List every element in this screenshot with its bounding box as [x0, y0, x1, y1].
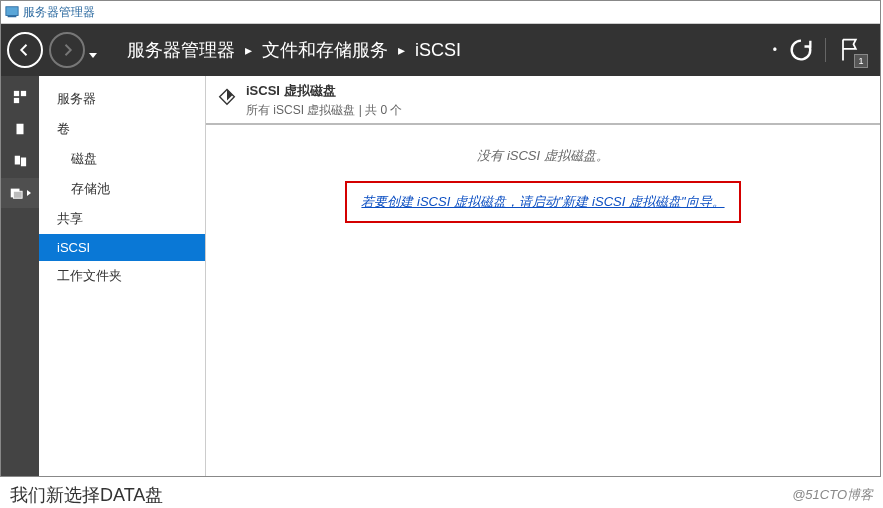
no-disks-text: 没有 iSCSI 虚拟磁盘。 — [263, 147, 823, 165]
notifications-button[interactable]: 1 — [836, 36, 864, 64]
notification-badge: 1 — [854, 54, 868, 68]
breadcrumb-iscsi[interactable]: iSCSI — [415, 40, 461, 61]
file-storage-nav-icon[interactable] — [1, 178, 39, 208]
sidebar-item-iscsi[interactable]: iSCSI — [39, 234, 205, 261]
panel-title: iSCSI 虚拟磁盘 — [246, 82, 402, 100]
sidebar-item-shares[interactable]: 共享 — [39, 204, 205, 234]
back-arrow-icon — [16, 41, 34, 59]
nav-history-dropdown[interactable] — [89, 53, 97, 58]
dash-separator-icon: • — [773, 43, 777, 57]
body-area: 服务器 卷 磁盘 存储池 共享 iSCSI 工作文件夹 iSCSI 虚拟磁盘 所… — [1, 76, 880, 476]
svg-rect-5 — [17, 124, 24, 135]
svg-rect-7 — [21, 158, 26, 167]
breadcrumb-root[interactable]: 服务器管理器 — [127, 38, 235, 62]
svg-rect-6 — [15, 156, 20, 165]
dashboard-nav-icon[interactable] — [1, 82, 39, 112]
refresh-icon — [787, 36, 815, 64]
watermark-text: @51CTO博客 — [792, 486, 873, 504]
window-titlebar: 服务器管理器 — [1, 1, 880, 24]
sidebar-item-storage-pools[interactable]: 存储池 — [39, 174, 205, 204]
header-toolbar: 服务器管理器 ▸ 文件和存储服务 ▸ iSCSI • 1 — [1, 24, 880, 76]
svg-rect-2 — [14, 91, 19, 96]
sidebar-item-servers[interactable]: 服务器 — [39, 84, 205, 114]
page-caption: 我们新选择DATA盘 @51CTO博客 — [0, 477, 883, 508]
breadcrumb: 服务器管理器 ▸ 文件和存储服务 ▸ iSCSI — [127, 38, 461, 62]
sidebar-item-work-folders[interactable]: 工作文件夹 — [39, 261, 205, 291]
sidebar-item-volumes[interactable]: 卷 — [39, 114, 205, 144]
svg-rect-0 — [6, 7, 18, 16]
panel-header: iSCSI 虚拟磁盘 所有 iSCSI 虚拟磁盘 | 共 0 个 — [206, 76, 880, 125]
breadcrumb-sep-icon: ▸ — [245, 42, 252, 58]
local-server-nav-icon[interactable] — [1, 114, 39, 144]
expand-arrow-icon — [27, 190, 31, 196]
refresh-button[interactable] — [787, 36, 815, 64]
toolbar-right: • 1 — [773, 36, 880, 64]
app-window: 服务器管理器 服务器管理器 ▸ 文件和存储服务 ▸ iSCSI • 1 — [0, 0, 881, 477]
svg-rect-1 — [8, 16, 17, 18]
svg-rect-9 — [13, 191, 22, 198]
forward-arrow-icon — [58, 41, 76, 59]
nav-back-button[interactable] — [7, 32, 43, 68]
caption-text: 我们新选择DATA盘 — [10, 483, 163, 507]
vertical-iconbar — [1, 76, 39, 476]
svg-rect-4 — [14, 98, 19, 103]
window-title: 服务器管理器 — [23, 4, 95, 21]
panel-empty-state: 没有 iSCSI 虚拟磁盘。 若要创建 iSCSI 虚拟磁盘，请启动"新建 iS… — [263, 147, 823, 223]
breadcrumb-sep-icon: ▸ — [398, 42, 405, 58]
panel-subtitle: 所有 iSCSI 虚拟磁盘 | 共 0 个 — [246, 102, 402, 119]
wizard-link-highlight: 若要创建 iSCSI 虚拟磁盘，请启动"新建 iSCSI 虚拟磁盘"向导。 — [345, 181, 740, 223]
svg-rect-3 — [21, 91, 26, 96]
new-virtual-disk-wizard-link[interactable]: 若要创建 iSCSI 虚拟磁盘，请启动"新建 iSCSI 虚拟磁盘"向导。 — [361, 194, 724, 209]
breadcrumb-services[interactable]: 文件和存储服务 — [262, 38, 388, 62]
toolbar-divider — [825, 38, 826, 62]
all-servers-nav-icon[interactable] — [1, 146, 39, 176]
content-panel: iSCSI 虚拟磁盘 所有 iSCSI 虚拟磁盘 | 共 0 个 没有 iSCS… — [206, 76, 880, 476]
sidebar-item-disks[interactable]: 磁盘 — [39, 144, 205, 174]
side-navigation: 服务器 卷 磁盘 存储池 共享 iSCSI 工作文件夹 — [39, 76, 206, 476]
virtual-disk-icon — [216, 84, 238, 109]
nav-forward-button[interactable] — [49, 32, 85, 68]
app-icon — [5, 5, 19, 19]
